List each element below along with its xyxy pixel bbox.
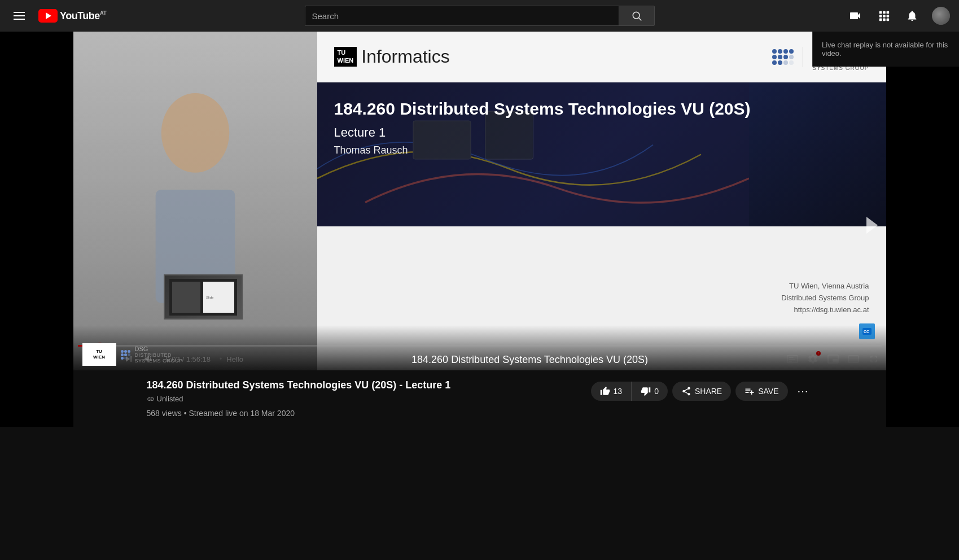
like-dislike-group: 13 0 [591, 382, 668, 401]
video-title: 184.260 Distributed Systems Technologies… [147, 379, 591, 391]
thumbs-down-icon [641, 386, 651, 396]
save-icon [745, 386, 755, 396]
share-label: SHARE [695, 387, 722, 396]
search-form [305, 6, 655, 26]
pip-thumbnail[interactable]: Slide Abstraction & layering [164, 274, 243, 320]
apps-grid-icon [878, 10, 890, 22]
cc-icon: CC [862, 328, 872, 335]
dsg-bottom-subtitle: DISTRIBUTEDSYSTEMS GROUP [135, 352, 183, 364]
slide-url: https://dsg.tuwien.ac.at [794, 304, 869, 316]
share-icon [681, 386, 691, 396]
more-options-icon: ⋯ [797, 385, 808, 397]
bottom-logos: TUWIEN DSG DISTRIBUTEDSYSTEMS GROUP [82, 343, 183, 366]
main-content: TUWIEN Informatics dsg [0, 0, 959, 427]
svg-text:CC: CC [864, 330, 869, 334]
pip-preview-image: Slide [169, 279, 237, 316]
save-button[interactable]: SAVE [735, 382, 787, 401]
view-count: 568 views [147, 409, 182, 418]
tu-wien-logo: TUWIEN Informatics [334, 46, 450, 67]
lecturer-view [73, 32, 317, 370]
nav-left: YouTubeAT [9, 7, 122, 24]
nav-right [837, 7, 950, 25]
tu-bottom-logo: TUWIEN [82, 343, 116, 366]
svg-rect-7 [887, 15, 890, 18]
slide-author: Thomas Rausch [334, 145, 751, 156]
video-player: TUWIEN Informatics dsg [73, 32, 886, 427]
search-input[interactable] [305, 6, 619, 26]
svg-rect-9 [883, 19, 886, 21]
video-info-section: 184.260 Distributed Systems Technologies… [73, 370, 886, 427]
dislike-button[interactable]: 0 [632, 382, 668, 401]
video-frame[interactable]: TUWIEN Informatics dsg [73, 32, 886, 370]
svg-rect-4 [887, 11, 890, 14]
svg-rect-2 [879, 11, 882, 14]
more-options-button[interactable]: ⋯ [792, 382, 813, 400]
svg-line-1 [638, 18, 641, 21]
svg-rect-10 [887, 19, 890, 21]
svg-rect-8 [879, 19, 882, 21]
svg-rect-3 [883, 11, 886, 14]
pip-preview: Slide [165, 275, 242, 318]
live-chat-notice: Live chat replay is not available for th… [822, 41, 950, 58]
save-label: SAVE [758, 387, 778, 396]
subtitle-area: CC [859, 323, 875, 339]
slide-course-title: 184.260 Distributed Systems Technologies… [334, 99, 751, 119]
video-title-area: 184.260 Distributed Systems Technologies… [147, 379, 591, 418]
thumbs-up-icon [600, 386, 610, 396]
slide-header: TUWIEN Informatics dsg [317, 32, 886, 82]
svg-point-13 [161, 93, 229, 173]
dsg-dots-decoration [772, 49, 794, 65]
faculty-label: Informatics [361, 46, 449, 67]
slide-view: TUWIEN Informatics dsg [317, 32, 886, 370]
share-button[interactable]: SHARE [672, 382, 731, 401]
avatar[interactable] [932, 7, 950, 25]
dsg-bottom-name: DSG [135, 345, 183, 352]
next-slide-arrow[interactable] [864, 214, 881, 237]
search-icon [631, 10, 642, 21]
svg-rect-22 [172, 282, 200, 313]
youtube-logo: YouTubeAT [38, 9, 106, 23]
bell-icon [906, 10, 918, 22]
menu-button[interactable] [9, 7, 29, 24]
search-button[interactable] [619, 6, 655, 26]
video-title-row: 184.260 Distributed Systems Technologies… [147, 379, 813, 418]
svg-rect-6 [883, 15, 886, 18]
notifications-button[interactable] [904, 7, 921, 24]
svg-text:Slide: Slide [206, 296, 214, 299]
nav-center [122, 6, 837, 26]
youtube-country: AT [100, 10, 107, 16]
subtitle-button[interactable]: CC [859, 323, 875, 339]
video-actions: 13 0 [591, 382, 813, 401]
tu-box-logo: TUWIEN [334, 47, 357, 66]
video-bottom-bar: TUWIEN DSG DISTRIBUTEDSYSTEMS GROUP [73, 325, 886, 370]
svg-point-0 [633, 12, 640, 19]
video-container: TUWIEN Informatics dsg [0, 32, 959, 427]
hamburger-icon [11, 10, 27, 22]
topnav: YouTubeAT [0, 0, 959, 32]
create-button[interactable] [846, 7, 864, 25]
slide-lecture: Lecture 1 [334, 125, 751, 140]
dsg-bottom-logo: DSG DISTRIBUTEDSYSTEMS GROUP [121, 345, 183, 364]
like-count: 13 [614, 387, 623, 396]
slide-group: Distributed Systems Group [781, 292, 869, 304]
apps-button[interactable] [875, 7, 892, 24]
slide-institution: TU Wien, Vienna Austria [789, 281, 869, 292]
visibility-label: Unlisted [157, 395, 183, 403]
like-button[interactable]: 13 [591, 382, 632, 401]
youtube-play-icon [38, 9, 58, 23]
stream-date: Streamed live on 18 Mar 2020 [189, 409, 295, 418]
bottom-video-title: 184.260 Distributed Systems Technologies… [183, 354, 877, 366]
svg-rect-5 [879, 15, 882, 18]
slide-text: 184.260 Distributed Systems Technologies… [334, 99, 751, 156]
video-camera-icon [848, 9, 862, 23]
avatar-image [932, 7, 950, 25]
video-meta: 568 views • Streamed live on 18 Mar 2020 [147, 409, 591, 418]
lecturer-silhouette [73, 32, 317, 370]
link-icon [147, 395, 155, 403]
unlisted-badge: Unlisted [147, 395, 183, 403]
dislike-count: 0 [654, 387, 659, 396]
dsg-bottom-dots [121, 350, 130, 360]
youtube-wordmark: YouTubeAT [60, 10, 106, 22]
svg-marker-18 [866, 217, 878, 234]
